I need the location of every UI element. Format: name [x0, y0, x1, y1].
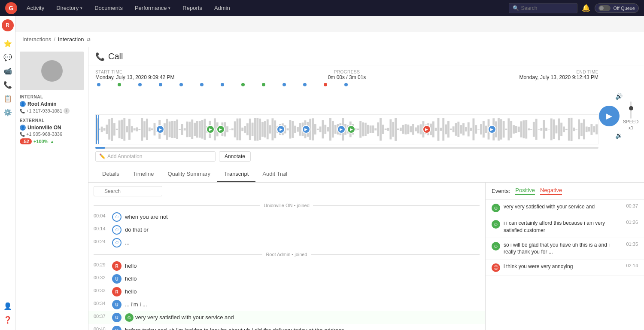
speaker-avatar-blue: U: [112, 313, 122, 322]
tab-timeline[interactable]: Timeline: [126, 166, 161, 182]
sidebar-tasks-icon[interactable]: 📋: [1, 92, 15, 105]
transcript-content: Unionville ON • joined 00:04 ⏱ when you …: [88, 183, 644, 330]
event-dot-blue-7: [283, 83, 286, 86]
event-dot-red-1: [324, 83, 327, 86]
speed-value: x1: [629, 125, 634, 130]
right-main: 📞 Call START TIME Monday, July 13, 2020 …: [88, 47, 644, 330]
nav-activity[interactable]: Activity: [21, 0, 50, 16]
sidebar-help-icon[interactable]: ❓: [1, 313, 15, 327]
transcript-text: hello: [125, 261, 480, 270]
waveform-marker-red[interactable]: ▶: [422, 125, 431, 134]
annotate-button[interactable]: Annotate: [219, 151, 251, 162]
event-item[interactable]: ☹ i think you were very annoying 02:14: [486, 260, 644, 276]
positive-event-icon: ☺: [492, 220, 500, 229]
main-content: Interactions / Interaction ⧉ INTERNAL 👤 …: [15, 32, 644, 330]
positive-event-icon: ☺: [492, 204, 500, 212]
transcript-row: 00:14 ⏱ do that or: [88, 223, 485, 236]
transcript-text: when you are not: [125, 212, 480, 221]
waveform-marker-7[interactable]: ▶: [347, 125, 355, 134]
end-time-value: Monday, July 13, 2020 9:12:43 PM: [519, 74, 598, 80]
volume-down-icon[interactable]: 🔉: [615, 132, 623, 139]
queue-toggle-switch[interactable]: [598, 5, 611, 11]
breadcrumb-separator: /: [54, 36, 55, 43]
event-dot-blue-1: [97, 83, 100, 86]
tab-transcript[interactable]: Transcript: [217, 166, 255, 182]
play-button[interactable]: ▶: [599, 106, 620, 126]
sidebar-contacts-icon[interactable]: 👤: [1, 299, 15, 313]
event-item[interactable]: ☺ very very satisfied with your service …: [486, 200, 644, 216]
event-item[interactable]: ☺ so i will be glad that you have uh thi…: [486, 238, 644, 260]
info-icon[interactable]: i: [64, 108, 70, 114]
external-label: EXTERNAL: [20, 118, 84, 123]
event-item[interactable]: ☺ i i can certainly afford this because …: [486, 216, 644, 238]
transcript-search-input[interactable]: [94, 186, 162, 196]
event-dot-green-2: [241, 83, 245, 86]
speed-label: SPEED: [623, 119, 638, 124]
volume-up-icon[interactable]: 🔊: [615, 93, 623, 100]
waveform-marker-2[interactable]: ▶: [206, 125, 215, 134]
join-line-right-2: [311, 254, 480, 255]
external-section: EXTERNAL 👤 Unionville ON 📞 +1 905-968-33…: [20, 118, 84, 144]
waveform-display[interactable]: ▶ ▶ ▶ ▶ ▶ ▶ ▶ ▶ ▶: [95, 114, 598, 144]
breadcrumb-parent[interactable]: Interactions: [22, 36, 51, 43]
transcript-row: 00:37 U ☺ very very satisfied with your …: [88, 311, 485, 324]
sentiment-badge: -52 +100% ▲: [20, 138, 84, 144]
tab-details[interactable]: Details: [95, 166, 126, 182]
search-input[interactable]: [521, 5, 585, 11]
transcript-time: 00:34: [94, 301, 109, 306]
internal-label: INTERNAL: [20, 95, 84, 99]
event-text: very very satisfied with your service an…: [504, 203, 623, 211]
transcript-text: do that or: [125, 225, 480, 234]
sidebar-video-icon[interactable]: 📹: [1, 64, 15, 78]
internal-user-icon: 👤: [20, 101, 26, 107]
notifications-bell-icon[interactable]: 🔔: [582, 4, 590, 12]
user-avatar[interactable]: R: [2, 19, 14, 31]
transcript-row: 00:34 U ... i'm i ...: [88, 298, 485, 311]
caller-avatar-big: [41, 60, 63, 82]
positive-sentiment-icon: ☺: [125, 313, 134, 322]
transcript-row: 00:33 R hello: [88, 285, 485, 298]
speaker-avatar-red: R: [112, 261, 122, 271]
waveform-marker-3[interactable]: ▶: [216, 125, 225, 134]
start-time-label: START TIME: [95, 70, 175, 74]
tab-audit-trail[interactable]: Audit Trail: [255, 166, 294, 182]
progress-bar[interactable]: [95, 147, 598, 149]
speed-slider-thumb: [629, 106, 633, 110]
event-dots-row: [95, 83, 637, 86]
transcript-time: 00:33: [94, 288, 109, 293]
nav-performance[interactable]: Performance ▾: [129, 0, 176, 16]
events-tab-positive[interactable]: Positive: [515, 187, 535, 195]
clock-icon: ⏱: [112, 225, 122, 235]
nav-admin[interactable]: Admin: [208, 0, 236, 16]
call-header: 📞 Call: [88, 47, 644, 65]
annotation-input[interactable]: ✏️ Add Annotation: [95, 151, 216, 162]
speed-slider[interactable]: [630, 101, 632, 119]
waveform-marker-8[interactable]: ▶: [488, 125, 496, 134]
queue-label: Off Queue: [613, 6, 635, 11]
sidebar-phone-icon[interactable]: 📞: [1, 78, 15, 92]
waveform-marker-5[interactable]: ▶: [302, 125, 310, 134]
progress-fill: [95, 147, 105, 149]
nav-directory[interactable]: Directory ▾: [50, 0, 88, 16]
nav-reports[interactable]: Reports: [176, 0, 208, 16]
transcript-search-bar: [88, 183, 485, 200]
call-title: 📞 Call: [95, 52, 637, 61]
app-logo[interactable]: G: [5, 2, 17, 14]
sidebar-home-icon[interactable]: ⭐: [1, 37, 15, 50]
events-tab-negative[interactable]: Negative: [540, 187, 562, 195]
tab-quality-summary[interactable]: Quality Summary: [161, 166, 217, 182]
external-link-icon[interactable]: ⧉: [87, 37, 91, 43]
annotation-bar: ✏️ Add Annotation Annotate: [95, 151, 637, 162]
global-search[interactable]: 🔍: [509, 3, 577, 13]
nav-documents[interactable]: Documents: [88, 0, 129, 16]
waveform-marker-4[interactable]: ▶: [276, 125, 285, 134]
sidebar-chat-icon[interactable]: 💬: [1, 50, 15, 64]
queue-toggle[interactable]: Off Queue: [595, 3, 639, 13]
waveform-svg[interactable]: // This will be rendered as SVG content …: [95, 87, 637, 113]
sidebar-settings-icon[interactable]: ⚙️: [1, 105, 15, 119]
left-sidebar: R ⭐ 💬 📹 📞 📋 ⚙️ 👤 ❓: [0, 16, 15, 330]
waveform-marker-1[interactable]: ▶: [156, 125, 164, 134]
waveform-marker-6[interactable]: ▶: [337, 125, 346, 134]
transcript-time: 00:04: [94, 213, 109, 218]
event-time: 01:26: [626, 220, 638, 225]
